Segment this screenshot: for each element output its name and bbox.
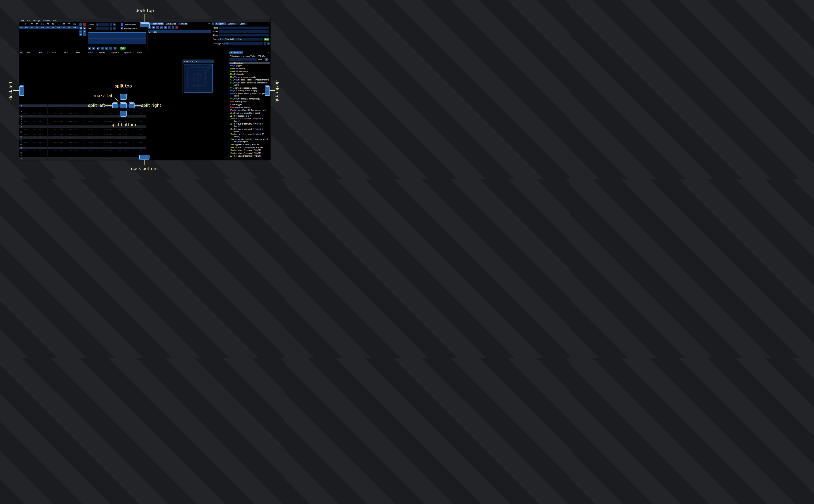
pattern-cell[interactable]: ··· ·· ·· ··· bbox=[72, 141, 84, 144]
effect-row[interactable]: 09xxSet groove pattern (speed 1 if no gr… bbox=[229, 92, 270, 97]
pattern-cell[interactable]: ··· ·· ·· ··· bbox=[72, 120, 84, 123]
effect-row[interactable]: 06xyVolume slide + portamento (compatibi… bbox=[229, 81, 270, 87]
pattern-cell[interactable]: ··· ·· ·· ··· bbox=[60, 147, 72, 149]
pattern-cell[interactable]: ··· ·· ·· ··· bbox=[121, 160, 134, 160]
pattern-cell[interactable]: ··· ·· ·· ··· bbox=[84, 144, 97, 146]
pattern-cell[interactable]: ··· ·· ·· ··· bbox=[23, 131, 35, 133]
pattern-cell[interactable]: ··· ·· ·· ··· bbox=[97, 125, 109, 128]
pattern-cell[interactable]: ··· ·· ·· ··· bbox=[133, 152, 146, 154]
pattern-cell[interactable]: ··· ·· ·· ··· bbox=[109, 152, 121, 154]
piano-lower-octaves[interactable] bbox=[88, 39, 146, 44]
pattern-cell[interactable]: ··· ·· ·· ··· bbox=[84, 115, 97, 118]
effect-row[interactable]: 07xyTremolo (x: speed; y: depth) bbox=[229, 87, 270, 90]
pattern-cell[interactable]: ··· ·· ·· ··· bbox=[35, 131, 48, 133]
stop-button[interactable]: ■ bbox=[92, 47, 95, 50]
pattern-cell[interactable]: ··· ·· ·· ··· bbox=[72, 104, 84, 107]
pattern-cell[interactable]: ··· ·· ·· ··· bbox=[84, 120, 97, 123]
pattern-cell[interactable]: ··· ·· ·· ··· bbox=[72, 147, 84, 149]
pattern-cell[interactable]: ··· ·· ·· ··· bbox=[121, 131, 134, 133]
pattern-cell[interactable]: ··· ·· ·· ··· bbox=[60, 160, 72, 160]
pattern-cell[interactable]: ··· ·· ·· ··· bbox=[133, 141, 146, 144]
pattern-cell[interactable]: ··· ·· ·· ··· bbox=[133, 144, 146, 146]
pattern-cell[interactable]: ··· ·· ·· ··· bbox=[35, 141, 48, 144]
tab-instruments[interactable]: Instruments bbox=[151, 22, 164, 25]
channel-header-fm-2[interactable]: FM 2 bbox=[35, 51, 48, 54]
instrument-delete-button[interactable]: × bbox=[175, 26, 178, 29]
pattern-cell[interactable]: ··· ·· ·· ··· bbox=[35, 152, 48, 154]
pattern-cell[interactable]: ··· ·· ·· ··· bbox=[60, 133, 72, 136]
effect-row[interactable]: 01xxPitch slide up bbox=[229, 67, 270, 70]
pattern-cell[interactable]: ··· ·· ·· ··· bbox=[84, 136, 97, 139]
dock-bottom-target[interactable] bbox=[139, 155, 149, 160]
pattern-cell[interactable]: ··· ·· ·· ··· bbox=[35, 115, 48, 118]
pattern-cell[interactable]: ··· ·· ·· ··· bbox=[23, 141, 35, 144]
split-bottom-target[interactable] bbox=[120, 111, 127, 117]
pattern-cell[interactable]: ··· ·· ·· ··· bbox=[48, 123, 60, 125]
pattern-cell[interactable]: ··· ·· ·· ··· bbox=[48, 147, 60, 149]
effect-row[interactable]: 13xxSet level of operator 2 (0 highest, … bbox=[229, 123, 270, 128]
pattern-cell[interactable]: ··· ·· ·· ··· bbox=[133, 131, 146, 133]
orders-cell[interactable]: 00 bbox=[61, 27, 67, 29]
order-move-down-button[interactable]: ▼ bbox=[79, 30, 82, 33]
pattern-cell[interactable]: ··· ·· ·· ··· bbox=[35, 144, 48, 146]
pattern-cell[interactable]: ··· ·· ·· ··· bbox=[109, 133, 121, 136]
pattern-cell[interactable]: ··· ·· ·· ··· bbox=[72, 112, 84, 115]
author-input[interactable] bbox=[219, 30, 269, 33]
pattern-cell[interactable]: ··· ·· ·· ··· bbox=[121, 152, 134, 154]
pattern-cell[interactable]: ··· ·· ·· ··· bbox=[84, 157, 97, 160]
pattern-cell[interactable]: ··· ·· ·· ··· bbox=[48, 152, 60, 154]
channel-header-fm-3[interactable]: FM 3 bbox=[48, 51, 60, 54]
pattern-cell[interactable]: ··· ·· ·· ··· bbox=[97, 120, 109, 123]
pattern-cell[interactable]: ··· ·· ·· ··· bbox=[121, 133, 134, 136]
pattern-cell[interactable]: ··· ·· ·· ··· bbox=[35, 120, 48, 123]
pattern-cell[interactable]: ··· ·· ·· ··· bbox=[133, 115, 146, 118]
pattern-cell[interactable]: ··· ·· ·· ··· bbox=[23, 147, 35, 149]
album-input[interactable] bbox=[219, 34, 269, 36]
pattern-cell[interactable]: ··· ·· ·· ··· bbox=[133, 110, 146, 112]
effect-row[interactable]: 04xyVibrato (x: speed; y: depth) bbox=[229, 76, 270, 79]
poly-button[interactable]: Poly bbox=[120, 47, 125, 50]
pattern-cell[interactable]: ··· ·· ·· ··· bbox=[84, 128, 97, 131]
pattern-cell[interactable]: ··· ·· ·· ··· bbox=[60, 128, 72, 131]
system-input[interactable]: Sega Genesis/Mega Drive bbox=[219, 38, 263, 41]
effect-row[interactable]: 19xxSet attack of all operators (0 to 1F… bbox=[229, 146, 270, 149]
menu-item-window[interactable]: window bbox=[42, 19, 52, 22]
pattern-cell[interactable]: ··· ·· ·· ··· bbox=[23, 149, 35, 152]
pattern-cell[interactable]: ··· ·· ·· ··· bbox=[35, 133, 48, 136]
play-button[interactable]: ▶ bbox=[88, 47, 91, 50]
pattern-cell[interactable]: ··· ·· ·· ··· bbox=[23, 120, 35, 123]
pattern-cell[interactable]: ··· ·· ·· ··· bbox=[84, 152, 97, 154]
pattern-cell[interactable]: ··· ·· ·· ··· bbox=[133, 128, 146, 131]
pattern-cell[interactable]: ··· ·· ·· ··· bbox=[48, 118, 60, 120]
pattern-cell[interactable]: ··· ·· ·· ··· bbox=[109, 136, 121, 139]
pattern-cell[interactable]: ··· ·· ·· ··· bbox=[60, 104, 72, 107]
instrument-save-button[interactable]: ◫ bbox=[160, 26, 163, 29]
orders-cell[interactable]: 00 bbox=[56, 27, 61, 29]
pattern-cell[interactable]: ··· ·· ·· ··· bbox=[35, 112, 48, 115]
effect-row[interactable]: 15xxSet level of operator 4 (0 highest, … bbox=[229, 133, 270, 138]
effect-list-menu-icon[interactable]: ≡ bbox=[265, 58, 268, 61]
pattern-cell[interactable]: ··· ·· ·· ··· bbox=[133, 112, 146, 115]
pattern-cell[interactable]: ··· ·· ·· ··· bbox=[109, 112, 121, 115]
effect-row[interactable]: 03xxPortamento bbox=[229, 73, 270, 76]
pattern-cell[interactable]: ··· ·· ·· ··· bbox=[121, 157, 134, 160]
tab-samples[interactable]: Samples bbox=[178, 22, 188, 25]
pattern-cell[interactable]: ··· ·· ·· ··· bbox=[35, 107, 48, 110]
pattern-cell[interactable]: ··· ·· ·· ··· bbox=[60, 141, 72, 144]
effect-row[interactable]: 16xySet operator multiplier (x: operator… bbox=[229, 138, 270, 143]
effect-row[interactable]: 0FxxSet speed (speed 2 if no grooves exi… bbox=[229, 109, 270, 112]
pattern-cell[interactable]: ··· ·· ·· ··· bbox=[109, 155, 121, 157]
pattern-cell[interactable]: ··· ·· ·· ··· bbox=[97, 157, 109, 160]
step-decrement-button[interactable]: - bbox=[110, 27, 112, 30]
pattern-cell[interactable]: ··· ·· ·· ··· bbox=[121, 155, 134, 157]
dock-right-target[interactable] bbox=[265, 85, 270, 96]
order-move-up-button[interactable]: ▲ bbox=[83, 27, 86, 29]
pattern-cell[interactable]: ··· ·· ·· ··· bbox=[109, 118, 121, 120]
pattern-cell[interactable]: ··· ·· ·· ··· bbox=[48, 125, 60, 128]
pattern-cell[interactable]: ··· ·· ·· ··· bbox=[72, 136, 84, 139]
orders-cell[interactable]: 00 bbox=[40, 27, 45, 29]
effect-row[interactable]: 14xxSet level of operator 3 (0 highest, … bbox=[229, 128, 270, 133]
pattern-cell[interactable]: ··· ·· ·· ··· bbox=[60, 107, 72, 110]
make-tab-target[interactable] bbox=[120, 102, 127, 108]
pattern-cell[interactable]: ··· ·· ·· ··· bbox=[35, 125, 48, 128]
